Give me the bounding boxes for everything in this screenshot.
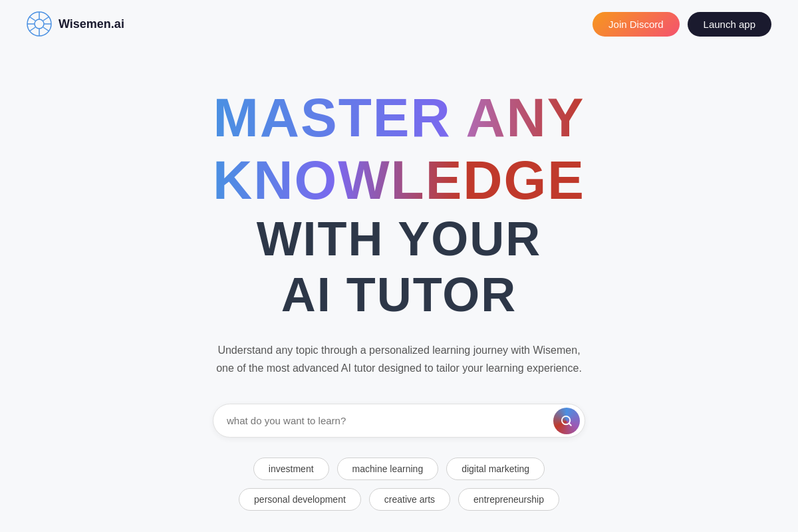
navbar: Wisemen.ai Join Discord Launch app [0,0,798,48]
tag-investment[interactable]: investment [253,458,329,480]
tag-entrepreneurship[interactable]: entrepreneurship [458,488,559,511]
hero-title: MASTER ANY KNOWLEDGE WITH YOUR AI TUTOR [213,88,585,321]
svg-line-9 [29,27,35,31]
title-any-plain [452,87,466,148]
tags-row-1: investment machine learning digital mark… [253,458,545,480]
search-input[interactable] [213,404,585,438]
main-content: MASTER ANY KNOWLEDGE WITH YOUR AI TUTOR … [0,48,798,532]
logo-icon [27,11,52,37]
search-button[interactable] [553,408,580,434]
search-container [213,404,585,438]
title-any: ANY [466,87,585,148]
search-icon [561,415,573,427]
tag-creative-arts[interactable]: creative arts [369,488,450,511]
title-master: MASTER [213,87,451,148]
svg-line-7 [43,27,49,31]
title-knowledge: KNOWLEDGE [213,150,585,210]
tag-machine-learning[interactable]: machine learning [337,458,439,480]
hero-subtitle: Understand any topic through a personali… [213,341,585,377]
svg-line-6 [29,17,35,21]
tag-personal-development[interactable]: personal development [239,488,361,511]
nav-buttons: Join Discord Launch app [593,12,771,37]
tags-container: investment machine learning digital mark… [239,458,559,511]
title-line1: MASTER ANY [213,88,585,148]
logo-area: Wisemen.ai [27,11,124,37]
svg-line-8 [43,17,49,21]
title-line4: AI TUTOR [213,269,585,321]
tag-digital-marketing[interactable]: digital marketing [446,458,545,480]
title-line2: KNOWLEDGE [213,150,585,210]
title-line3: WITH YOUR [213,213,585,265]
launch-app-button[interactable]: Launch app [688,12,771,37]
svg-point-1 [35,19,44,29]
tags-row-2: personal development creative arts entre… [239,488,559,511]
join-discord-button[interactable]: Join Discord [593,12,680,37]
logo-text: Wisemen.ai [59,17,124,31]
